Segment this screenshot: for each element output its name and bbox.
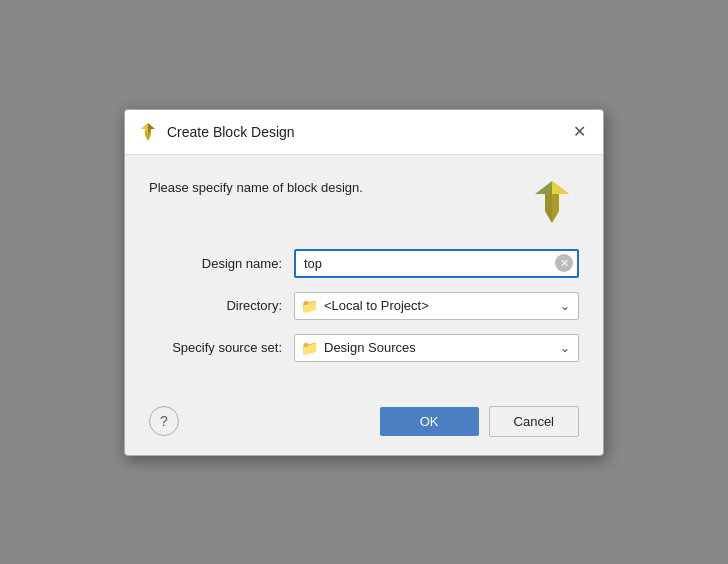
cancel-button[interactable]: Cancel (489, 406, 579, 437)
app-logo-icon (137, 121, 159, 143)
source-set-select-wrapper: 📁 Design Sources ⌄ (294, 334, 579, 362)
ok-button[interactable]: OK (380, 407, 479, 436)
create-block-design-dialog: Create Block Design ✕ Please specify nam… (124, 109, 604, 456)
directory-value: <Local to Project> (324, 298, 429, 313)
design-name-label: Design name: (149, 256, 294, 271)
svg-marker-7 (545, 194, 559, 223)
dialog-body: Please specify name of block design. Des… (125, 155, 603, 392)
source-set-value: Design Sources (324, 340, 416, 355)
design-name-input-wrapper: ✕ (294, 249, 579, 278)
design-name-input[interactable] (294, 249, 579, 278)
directory-select[interactable]: 📁 <Local to Project> ⌄ (294, 292, 579, 320)
button-row: ? OK Cancel (125, 392, 603, 455)
source-set-row: Specify source set: 📁 Design Sources ⌄ (149, 334, 579, 362)
dialog-title: Create Block Design (167, 124, 559, 140)
directory-row: Directory: 📁 <Local to Project> ⌄ (149, 292, 579, 320)
source-set-label: Specify source set: (149, 340, 294, 355)
directory-select-wrapper: 📁 <Local to Project> ⌄ (294, 292, 579, 320)
help-button[interactable]: ? (149, 406, 179, 436)
close-button[interactable]: ✕ (567, 120, 591, 144)
directory-chevron-icon: ⌄ (560, 299, 570, 313)
description-row: Please specify name of block design. (149, 175, 579, 229)
directory-label: Directory: (149, 298, 294, 313)
title-bar: Create Block Design ✕ (125, 110, 603, 155)
source-set-chevron-icon: ⌄ (560, 341, 570, 355)
description-text: Please specify name of block design. (149, 175, 363, 197)
design-name-row: Design name: ✕ (149, 249, 579, 278)
source-set-folder-icon: 📁 (301, 340, 318, 356)
source-set-select[interactable]: 📁 Design Sources ⌄ (294, 334, 579, 362)
svg-marker-6 (552, 181, 569, 194)
clear-input-button[interactable]: ✕ (555, 254, 573, 272)
directory-folder-icon: 📁 (301, 298, 318, 314)
vivado-logo-icon (525, 175, 579, 229)
